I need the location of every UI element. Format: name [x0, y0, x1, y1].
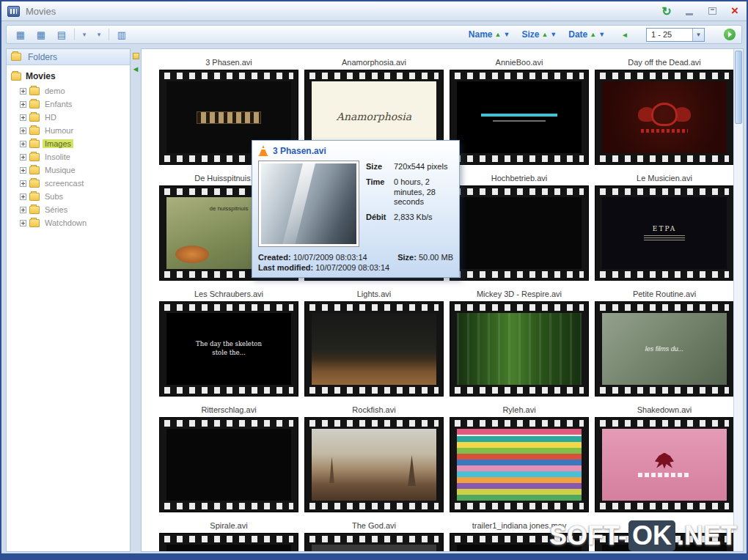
movie-item[interactable]: The God.avi — [304, 521, 444, 552]
movie-item[interactable]: Mickey 3D - Respire.avi — [450, 290, 589, 397]
go-next-icon[interactable] — [724, 29, 736, 40]
collapse-sidebar-icon[interactable]: ◄ — [132, 65, 140, 73]
modified-value: 10/07/2009 08:03:14 — [315, 263, 389, 272]
sort-by-size[interactable]: Size ▲ ▼ — [521, 29, 557, 40]
sort-size-desc-icon[interactable]: ▼ — [550, 31, 557, 38]
sidebar-folder-item[interactable]: Insolite — [11, 150, 125, 163]
sidebar-folder-item[interactable]: screencast — [11, 177, 125, 190]
filmstrip-thumbnail[interactable] — [450, 70, 589, 165]
filmstrip-view-button[interactable]: ▥ — [114, 27, 130, 42]
page-left-icon[interactable]: ◄ — [621, 31, 628, 39]
sidebar-folder-item[interactable]: Séries — [11, 203, 125, 216]
movie-item[interactable]: Hochbetrieb.avi — [450, 174, 589, 281]
sort-date-desc-icon[interactable]: ▼ — [598, 31, 605, 38]
expand-plus-icon[interactable] — [20, 220, 26, 226]
expand-plus-icon[interactable] — [20, 88, 26, 95]
filter-dropdown-icon[interactable]: ▾ — [94, 27, 104, 42]
folder-label[interactable]: Watchdown — [43, 218, 89, 227]
panel-splitter[interactable]: ◄ — [131, 48, 141, 552]
folder-icon — [29, 180, 40, 188]
sidebar-folder-item[interactable]: Musique — [11, 163, 125, 177]
sort-name-label[interactable]: Name — [469, 29, 493, 40]
folder-label[interactable]: Subs — [43, 192, 65, 201]
folder-label[interactable]: Humour — [43, 126, 76, 135]
refresh-icon[interactable]: ↻ — [661, 5, 672, 17]
sidebar-folder-item[interactable]: Enfants — [11, 97, 125, 111]
expand-plus-icon[interactable] — [20, 154, 26, 161]
sort-by-date[interactable]: Date ▲ ▼ — [568, 29, 605, 40]
sort-size-asc-icon[interactable]: ▲ — [541, 31, 548, 38]
sort-date-label[interactable]: Date — [568, 29, 587, 40]
folder-label[interactable]: screencast — [43, 179, 86, 188]
restore-icon[interactable] — [706, 5, 718, 17]
folder-label[interactable]: Images — [43, 139, 73, 148]
movie-item[interactable]: Les Schraubers.avi The day the skeleton … — [159, 290, 298, 397]
movie-item[interactable]: Lights.avi — [304, 290, 444, 397]
movie-frame — [602, 429, 727, 501]
expand-plus-icon[interactable] — [20, 114, 26, 121]
folder-tree-root[interactable]: Movies — [11, 71, 125, 81]
folder-label[interactable]: Musique — [43, 166, 78, 174]
movie-item[interactable]: Spirale.avi — [159, 521, 298, 552]
folder-label[interactable]: Insolite — [43, 152, 73, 161]
minimize-icon[interactable] — [683, 5, 695, 17]
sidebar-folder-item[interactable]: Images — [11, 137, 125, 150]
movie-item[interactable]: Ritterschlag.avi — [159, 405, 298, 512]
movie-item[interactable]: Shakedown.avi — [595, 405, 734, 512]
view-thumbnails-button[interactable]: ▦ — [12, 27, 29, 42]
film-sprockets-top — [309, 536, 439, 542]
folder-label[interactable]: demo — [43, 86, 67, 95]
filmstrip-thumbnail[interactable] — [450, 185, 589, 281]
scrollbar-thumb[interactable] — [735, 51, 742, 124]
sort-name-asc-icon[interactable]: ▲ — [495, 31, 502, 38]
expand-plus-icon[interactable] — [20, 141, 26, 147]
view-thumbnails-small-button[interactable]: ▦ — [33, 27, 49, 42]
movie-item[interactable]: AnnieBoo.avi — [450, 58, 589, 165]
movie-item[interactable]: Ryleh.avi — [450, 405, 589, 512]
range-dropdown[interactable]: 1 - 25 ▼ — [646, 28, 705, 42]
options-dropdown-icon[interactable]: ▾ — [79, 27, 89, 42]
filmstrip-thumbnail[interactable] — [595, 417, 734, 512]
close-icon[interactable]: × — [729, 5, 741, 17]
filmstrip-thumbnail[interactable] — [159, 417, 298, 512]
expand-plus-icon[interactable] — [20, 194, 26, 200]
splitter-grip-icon[interactable] — [133, 53, 139, 59]
filmstrip-thumbnail[interactable] — [304, 533, 444, 552]
filmstrip-thumbnail[interactable] — [595, 70, 734, 165]
expand-plus-icon[interactable] — [20, 207, 26, 213]
movie-item[interactable]: Le Musicien.avi ETPA — [595, 174, 734, 281]
sort-date-asc-icon[interactable]: ▲ — [590, 31, 596, 38]
filmstrip-thumbnail[interactable]: les films du... — [595, 301, 734, 397]
folder-label[interactable]: HD — [43, 113, 59, 122]
expand-plus-icon[interactable] — [20, 101, 26, 108]
movie-item[interactable]: Day off the Dead.avi — [595, 58, 734, 165]
expand-plus-icon[interactable] — [20, 128, 26, 134]
root-folder-label[interactable]: Movies — [26, 71, 56, 81]
sidebar-folder-item[interactable]: Humour — [11, 124, 125, 137]
view-list-button[interactable]: ▤ — [54, 27, 70, 42]
filmstrip-thumbnail[interactable] — [450, 301, 589, 397]
filmstrip-thumbnail[interactable] — [304, 301, 444, 397]
sort-name-desc-icon[interactable]: ▼ — [503, 31, 510, 38]
sidebar-folder-item[interactable]: Watchdown — [11, 216, 125, 229]
tooltip-modified-line: Last modified: 10/07/2009 08:03:14 — [258, 263, 453, 272]
range-dropdown-arrow-icon[interactable]: ▼ — [692, 29, 704, 41]
folder-label[interactable]: Séries — [43, 205, 70, 214]
sidebar-folder-item[interactable]: demo — [11, 84, 125, 97]
filmstrip-thumbnail[interactable]: The day the skeleton stole the... — [159, 301, 298, 397]
sidebar-folder-item[interactable]: Subs — [11, 190, 125, 203]
expand-plus-icon[interactable] — [20, 180, 26, 187]
movie-item[interactable]: Rockfish.avi — [304, 405, 444, 512]
filmstrip-thumbnail[interactable] — [304, 417, 444, 512]
sort-by-name[interactable]: Name ▲ ▼ — [469, 29, 510, 40]
folder-label[interactable]: Enfants — [43, 100, 74, 108]
movie-name: Lights.avi — [304, 290, 444, 300]
movie-item[interactable]: Petite Routine.avi les films du... — [595, 290, 734, 397]
vertical-scrollbar[interactable] — [733, 49, 743, 551]
sidebar-folder-item[interactable]: HD — [11, 111, 125, 124]
filmstrip-thumbnail[interactable] — [450, 417, 589, 512]
filmstrip-thumbnail[interactable]: ETPA — [595, 185, 734, 281]
expand-plus-icon[interactable] — [20, 167, 26, 174]
sort-size-label[interactable]: Size — [521, 29, 539, 40]
filmstrip-thumbnail[interactable] — [159, 533, 298, 552]
